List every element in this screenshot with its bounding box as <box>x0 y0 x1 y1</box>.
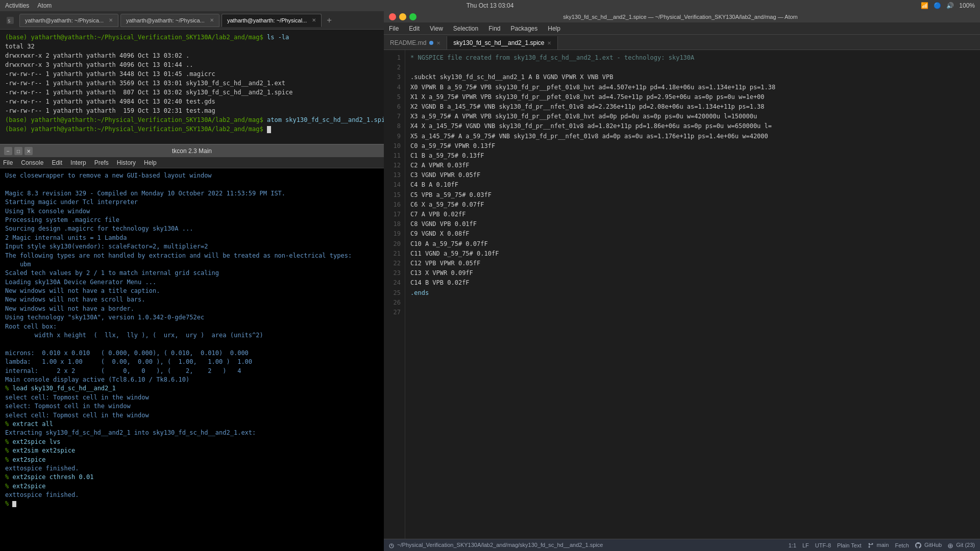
activities-label[interactable]: Activities <box>5 2 29 9</box>
wifi-icon: 📶 <box>921 2 928 9</box>
term-line-3: drwxrwxr-x 3 yatharth yatharth 4096 Oct … <box>5 60 379 69</box>
tkcon-line-7: 2 Magic internal units = 1 Lambda <box>5 234 379 242</box>
statusbar-left: ~/Physical_Verification_SKY130A/lab2_and… <box>389 542 603 548</box>
atom-tab-readme-close[interactable]: ✕ <box>436 40 440 46</box>
statusbar-fetch[interactable]: Fetch <box>895 542 909 548</box>
tkcon-line-26: select cell: Topmost cell in the window <box>5 411 379 420</box>
tkcon-line-22: Main console display active (Tcl8.6.10 /… <box>5 375 379 384</box>
atom-title: sky130_fd_sc_hd__and2_1.spice — ~/Physic… <box>416 14 944 20</box>
tkcon-line-17: Root cell box: <box>5 322 379 331</box>
atom-tab-spice[interactable]: sky130_fd_sc_hd__and2_1.spice ✕ <box>447 36 558 49</box>
tkcon-line-16: Using technology "sky130A", version 1.0.… <box>5 313 379 322</box>
tkcon-menu-console[interactable]: Console <box>21 159 43 166</box>
code-line-6: X2 VGND B a_145_75# VNB sky130_fd_pr__nf… <box>410 102 975 112</box>
tkcon-minimize-button[interactable]: − <box>4 147 12 155</box>
code-line-22: C12 VPB VPWR 0.05fF <box>410 259 975 268</box>
atom-tab-spice-label: sky130_fd_sc_hd__and2_1.spice <box>453 39 544 46</box>
tkcon-line-20: lambda: 1.00 x 1.00 ( 0.00, 0.00 ), ( 1.… <box>5 358 379 366</box>
atom-tab-spice-close[interactable]: ✕ <box>547 40 551 46</box>
code-line-9: X5 a_145_75# A a_59_75# VNB sky130_fd_pr… <box>410 132 975 141</box>
terminal-tab-2-close[interactable]: ✕ <box>210 17 214 23</box>
statusbar-git-status-text: Git (23) <box>956 542 975 548</box>
statusbar-branch-name: main <box>877 542 889 548</box>
tkcon-close-button[interactable]: ✕ <box>24 147 33 155</box>
code-line-13: C3 VGND VPWR 0.05fF <box>410 170 975 180</box>
atom-app-label[interactable]: Atom <box>37 2 52 9</box>
code-line-5: X1 X a_59_75# VPWR VPB sky130_fd_pr__pfe… <box>410 92 975 102</box>
tkcon-line-1: Use closewrapper to remove a new GUI-bas… <box>5 171 379 180</box>
terminal-tab-3-label: yatharth@yatharth: ~/Physical... <box>227 17 307 23</box>
term-line-2: drwxrwxr-x 2 yatharth yatharth 4096 Oct … <box>5 51 379 60</box>
left-panel: $ yatharth@yatharth: ~/Physica... ✕ yath… <box>0 11 384 551</box>
editor-code[interactable]: * NGSPICE file created from sky130_fd_sc… <box>405 50 980 539</box>
atom-minimize-button[interactable] <box>399 13 406 20</box>
code-line-4: X0 VPWR B a_59_75# VPB sky130_fd_pr__pfe… <box>410 83 975 92</box>
tkcon-line-30: % ext2sim ext2spice <box>5 446 379 455</box>
tkcon-line-15: New windows will not have a border. <box>5 305 379 313</box>
tkcon-menu-prefs[interactable]: Prefs <box>94 159 109 166</box>
statusbar-path-text: ~/Physical_Verification_SKY130A/lab2_and… <box>397 542 603 548</box>
atom-menu-selection[interactable]: Selection <box>453 25 478 32</box>
code-line-26 <box>410 298 975 308</box>
atom-tab-readme[interactable]: README.md ✕ <box>384 36 447 49</box>
code-line-16: C6 X a_59_75# 0.07fF <box>410 200 975 210</box>
code-line-17: C7 A VPB 0.02fF <box>410 210 975 219</box>
tkcon-menu-interp[interactable]: Interp <box>70 159 86 166</box>
terminal-tab-3[interactable]: yatharth@yatharth: ~/Physical... ✕ <box>222 14 322 27</box>
atom-menu-view[interactable]: View <box>430 25 443 32</box>
tkcon-line-11: Scaled tech values by 2 / 1 to match int… <box>5 269 379 278</box>
statusbar-position: 1:1 <box>789 542 796 548</box>
statusbar-github[interactable]: GitHub <box>915 542 942 548</box>
atom-close-button[interactable] <box>389 13 396 20</box>
tkcon-line-32: exttospice finished. <box>5 464 379 473</box>
tkcon-panel: − □ ✕ tkcon 2.3 Main File Console Edit I… <box>0 144 384 551</box>
tkcon-line-36: % <box>5 499 379 508</box>
tkcon-line-19: microns: 0.010 x 0.010 ( 0.000, 0.000), … <box>5 349 379 358</box>
terminal-tab-2[interactable]: yatharth@yatharth: ~/Physica... ✕ <box>120 14 219 27</box>
code-line-24: C14 B VPB 0.02fF <box>410 278 975 288</box>
tkcon-line-29: % ext2spice lvs <box>5 438 379 446</box>
atom-menubar: File Edit View Selection Find Packages H… <box>384 22 980 35</box>
term-line-prompt1: (base) yatharth@yatharth:~/Physical_Veri… <box>5 33 379 42</box>
statusbar-branch[interactable]: main <box>868 542 889 548</box>
code-line-11: C1 B a_59_75# 0.13fF <box>410 151 975 161</box>
terminal-tab-2-label: yatharth@yatharth: ~/Physica... <box>126 17 205 23</box>
tkcon-maximize-button[interactable]: □ <box>14 147 22 155</box>
tkcon-line-13: New windows will not have a title captio… <box>5 287 379 295</box>
tkcon-line-18: width x height ( llx, lly ), ( urx, ury … <box>5 331 379 340</box>
code-line-15: C5 VPB a_59_75# 0.03fF <box>410 190 975 200</box>
tkcon-menu-file[interactable]: File <box>3 159 13 166</box>
terminal-content: (base) yatharth@yatharth:~/Physical_Veri… <box>0 30 384 144</box>
tkcon-line-blank1 <box>5 180 379 189</box>
atom-menu-packages[interactable]: Packages <box>511 25 538 32</box>
atom-menu-edit[interactable]: Edit <box>409 25 420 32</box>
svg-text:$: $ <box>8 18 10 23</box>
term-line-7: -rw-rw-r-- 1 yatharth yatharth 4984 Oct … <box>5 97 379 106</box>
tkcon-menu-help[interactable]: Help <box>144 159 157 166</box>
code-line-1: * NGSPICE file created from sky130_fd_sc… <box>410 53 975 63</box>
terminal-tab-1-close[interactable]: ✕ <box>109 17 113 23</box>
atom-menu-file[interactable]: File <box>389 25 399 32</box>
tkcon-menubar: File Console Edit Interp Prefs History H… <box>0 157 384 168</box>
tkcon-menu-edit[interactable]: Edit <box>52 159 62 166</box>
terminal-tab-3-close[interactable]: ✕ <box>312 17 316 23</box>
atom-menu-find[interactable]: Find <box>488 25 500 32</box>
atom-tab-readme-modified <box>429 41 433 45</box>
terminal-tab-add[interactable]: + <box>324 15 335 25</box>
code-line-25: .ends <box>410 288 975 298</box>
tkcon-line-6: Sourcing design .magicrc for technology … <box>5 224 379 233</box>
sysbar-right: 📶 🔵 🔊 100% <box>921 2 975 9</box>
code-line-2 <box>410 63 975 72</box>
terminal-icon: $ <box>3 13 17 28</box>
tkcon-menu-history[interactable]: History <box>117 159 136 166</box>
atom-menu-help[interactable]: Help <box>548 25 560 32</box>
statusbar-git-status[interactable]: Git (23) <box>948 542 975 548</box>
atom-tabs: README.md ✕ sky130_fd_sc_hd__and2_1.spic… <box>384 35 980 50</box>
statusbar-encoding: LF <box>802 542 809 548</box>
statusbar-grammar[interactable]: Plain Text <box>837 542 862 548</box>
terminal-top: $ yatharth@yatharth: ~/Physica... ✕ yath… <box>0 11 384 144</box>
atom-maximize-button[interactable] <box>409 13 416 20</box>
terminal-tab-1[interactable]: yatharth@yatharth: ~/Physica... ✕ <box>19 14 118 27</box>
tkcon-line-14: New windows will not have scroll bars. <box>5 295 379 304</box>
term-line-5: -rw-rw-r-- 1 yatharth yatharth 3569 Oct … <box>5 79 379 88</box>
